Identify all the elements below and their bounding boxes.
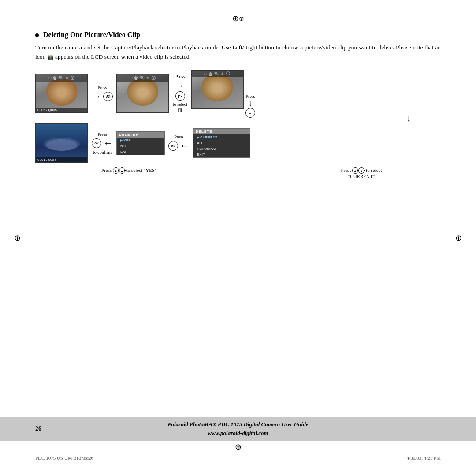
arrow-left-2: ← bbox=[180, 140, 190, 152]
step4-press-label: Press bbox=[97, 132, 107, 137]
step5-block: Press ok ← bbox=[168, 134, 190, 152]
crosshair-top: ⊕ bbox=[234, 14, 242, 23]
play-button: ▷ bbox=[175, 91, 185, 101]
crosshair-right: ⊕ bbox=[455, 233, 462, 243]
to-select-label: to select bbox=[173, 102, 187, 107]
ok-label-2: ok bbox=[171, 144, 175, 148]
menu1-item-yes: YES bbox=[117, 138, 164, 143]
footer-line1: Polaroid PhotoMAX PDC 1075 Digital Camer… bbox=[168, 420, 309, 429]
menu1-header: DELETE► bbox=[117, 132, 164, 138]
play-icon: ▷ bbox=[178, 94, 182, 98]
arrow-left-1: ← bbox=[103, 138, 113, 149]
step3-press-block: Press ↓ ⌄ bbox=[245, 70, 255, 118]
camera-face-3: □ 🗑 🔍 ✳ ⓘ bbox=[191, 70, 244, 109]
top-sequence: □ 🗑 🔍 ✳ ⓘ 0005 / Q005 Press → M bbox=[35, 70, 414, 118]
menu2-item-current: CURRENT bbox=[193, 134, 250, 140]
trash-icon: 🗑 bbox=[178, 107, 183, 113]
ok-button-2: ok bbox=[168, 141, 178, 151]
delete-menu-1: DELETE► YES NO EXIT bbox=[116, 131, 165, 155]
arrow-right-2: → bbox=[175, 80, 185, 91]
step5-press-label: Press bbox=[174, 134, 183, 139]
footer-text: Polaroid PhotoMAX PDC 1075 Digital Camer… bbox=[168, 420, 309, 437]
down-icon: ⌄ bbox=[249, 111, 252, 115]
to-confirm-label: to confirm bbox=[93, 150, 112, 155]
crosshair-left: ⊕ bbox=[14, 233, 21, 243]
step2-press-label: Press bbox=[175, 74, 185, 79]
footer-meta: PDC 1075 US UM BF.indd26 4/30/03, 4:21 P… bbox=[35, 455, 441, 461]
section-title: Deleting One Picture/Video Clip bbox=[35, 31, 441, 39]
fish-display: 0001 / 0004 bbox=[35, 123, 88, 163]
menu1-item-exit: EXIT bbox=[117, 149, 164, 155]
bullet-icon bbox=[35, 33, 39, 37]
step3-press-label: Press bbox=[245, 94, 255, 99]
step1-press-label: Press bbox=[97, 85, 107, 90]
video-icon: 📸 bbox=[47, 54, 54, 60]
bottom-sequence: 0001 / 0004 Press ok ← to confirm DELETE… bbox=[35, 123, 414, 163]
screen1: □ 🗑 🔍 ✳ ⓘ 0005 / Q005 bbox=[35, 74, 88, 113]
note1: Press ▲▼▲▼ to select "YES" bbox=[40, 167, 157, 179]
screen3: □ 🗑 🔍 ✳ ⓘ bbox=[191, 70, 244, 109]
note2: Press ▲▼▲▼ to select"CURRENT" bbox=[317, 167, 405, 179]
page: ⊕ ⊕ ⊕ ⊕ Deleting One Picture/Video Clip … bbox=[0, 0, 476, 476]
step3-block: □ 🗑 🔍 ✳ ⓘ Press ↓ ⌄ bbox=[191, 70, 255, 118]
step2-block: Press → ▷ to select 🗑 bbox=[173, 74, 187, 113]
down-button: ⌄ bbox=[245, 108, 255, 118]
crop-mark-tr bbox=[454, 9, 467, 22]
page-number: 26 bbox=[35, 425, 41, 432]
delete-menu-2: DELETE CURRENT ALL REFORMAT EXIT bbox=[193, 128, 250, 158]
m-label: M bbox=[106, 94, 110, 99]
menu1-item-no: NO bbox=[117, 143, 164, 149]
arrow-right-1: → bbox=[92, 91, 101, 102]
ok-label-1: ok bbox=[94, 141, 98, 145]
step1-block: Press → M bbox=[92, 85, 113, 102]
screen-fish: 0001 / 0004 bbox=[35, 123, 88, 163]
camera-face-1: □ 🗑 🔍 ✳ ⓘ 0005 / Q005 bbox=[35, 74, 88, 113]
footer-line2: www.polaroid-digital.com bbox=[168, 429, 309, 438]
footer-right-text: 4/30/03, 4:21 PM bbox=[407, 455, 441, 461]
m-button: M bbox=[103, 92, 113, 101]
footer-bar: 26 Polaroid PhotoMAX PDC 1075 Digital Ca… bbox=[0, 416, 476, 441]
crosshair-bottom: ⊕ bbox=[235, 442, 242, 452]
screen2: □ 🗑 🔍 ✳ ⓘ bbox=[116, 74, 169, 113]
crop-mark-tl bbox=[9, 9, 22, 22]
footer-left-text: PDC 1075 US UM BF.indd26 bbox=[35, 455, 93, 461]
diagram-area: □ 🗑 🔍 ✳ ⓘ 0005 / Q005 Press → M bbox=[35, 70, 414, 179]
body-text: Turn on the camera and set the Capture/P… bbox=[35, 43, 441, 62]
menu2-item-all: ALL bbox=[193, 140, 250, 146]
step4-block: Press ok ← to confirm bbox=[92, 132, 113, 155]
crop-mark-br bbox=[454, 454, 467, 467]
menu2-header: DELETE bbox=[193, 129, 250, 134]
arrow-down-1: ↓ bbox=[249, 99, 253, 108]
menu2-item-reformat: REFORMAT bbox=[193, 146, 250, 152]
ok-button-1: ok bbox=[92, 138, 101, 148]
screen1-label: 0005 / Q005 bbox=[36, 108, 87, 112]
crop-mark-bl bbox=[9, 454, 22, 467]
menu2-item-exit2: EXIT bbox=[193, 152, 250, 157]
notes-row: Press ▲▼▲▼ to select "YES" Press ▲▼▲▼ to… bbox=[35, 167, 414, 179]
camera-face-2: □ 🗑 🔍 ✳ ⓘ bbox=[116, 74, 169, 113]
